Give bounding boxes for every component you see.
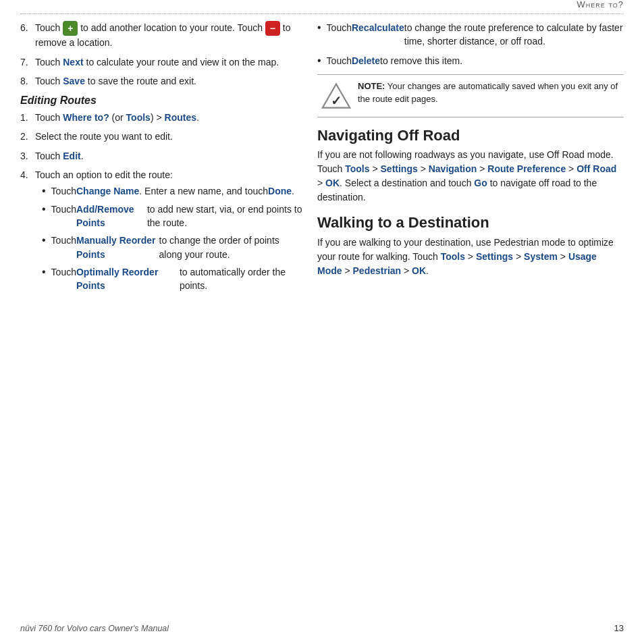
settings-walk-link: Settings — [476, 251, 513, 262]
ok-nav-link: OK — [325, 178, 340, 188]
recalculate-link: Recalculate — [352, 21, 404, 34]
note-body: Your changes are automatically saved whe… — [358, 81, 618, 104]
main-content: 6. Touch + to add another location to yo… — [20, 21, 624, 302]
page-number: 13 — [614, 623, 624, 633]
list-item-6: 6. Touch + to add another location to yo… — [20, 21, 304, 50]
edit-list-item-3: 3. Touch Edit. — [20, 149, 304, 163]
optimally-reorder-link: Optimally Reorder Points — [76, 265, 180, 293]
right-bullet-1: Touch Recalculate to change the route pr… — [317, 21, 624, 49]
list-content-6: Touch + to add another location to your … — [35, 21, 304, 50]
list-item-7: 7. Touch Next to calculate your route an… — [20, 55, 304, 69]
right-bullet-2: Touch Delete to remove this item. — [317, 54, 624, 68]
edit-num-1: 1. — [20, 111, 35, 124]
note-box: ✓ NOTE: Your changes are automatically s… — [317, 74, 624, 117]
off-road-link: Off Road — [576, 163, 616, 174]
bullet-item-1: Touch Change Name. Enter a new name, and… — [42, 184, 304, 198]
edit-list-item-1: 1. Touch Where to? (or Tools) > Routes. — [20, 111, 304, 124]
navigation-nav-link: Navigation — [429, 163, 477, 174]
pedestrian-link: Pedestrian — [353, 265, 402, 276]
delete-link: Delete — [352, 54, 380, 68]
add-button-icon: + — [63, 21, 78, 36]
edit-list-item-4: 4. Touch an option to edit the route: To… — [20, 168, 304, 296]
edit-list-item-2: 2. Select the route you want to edit. — [20, 130, 304, 143]
list-item-8: 8. Touch Save to save the route and exit… — [20, 74, 304, 88]
edit-content-2: Select the route you want to edit. — [35, 130, 304, 143]
page-footer: nüvi 760 for Volvo cars Owner's Manual 1… — [20, 623, 624, 633]
remove-button-icon: − — [265, 21, 280, 36]
nav-off-road-body: If you are not following roadways as you… — [317, 148, 624, 205]
page-section-divider: Where to? — [20, 14, 624, 14]
go-link: Go — [474, 178, 487, 188]
bullet-item-4: Touch Optimally Reorder Points to automa… — [42, 265, 304, 293]
bullet-item-2: Touch Add/Remove Points to add new start… — [42, 203, 304, 230]
next-link: Next — [63, 57, 83, 68]
note-text-content: NOTE: Your changes are automatically sav… — [358, 80, 620, 106]
list-num-8: 8. — [20, 74, 35, 88]
route-pref-link: Route Preference — [487, 163, 566, 174]
note-checkmark-icon: ✓ — [321, 82, 351, 111]
editing-routes-heading: Editing Routes — [20, 95, 304, 107]
manual-title: nüvi 760 for Volvo cars Owner's Manual — [20, 624, 169, 633]
edit-sub-bullet-list: Touch Change Name. Enter a new name, and… — [42, 184, 304, 292]
change-name-link: Change Name — [76, 184, 139, 198]
note-bold-label: NOTE: — [358, 81, 385, 91]
settings-nav-link: Settings — [381, 163, 418, 174]
save-link: Save — [63, 76, 85, 86]
numbered-list: 6. Touch + to add another location to yo… — [20, 21, 304, 88]
tools-link: Tools — [126, 112, 151, 123]
right-bullet-list: Touch Recalculate to change the route pr… — [317, 21, 624, 68]
add-remove-link: Add/Remove Points — [76, 203, 147, 230]
svg-text:✓: ✓ — [331, 93, 342, 108]
tools-nav-link: Tools — [345, 163, 369, 174]
edit-link: Edit — [63, 151, 80, 161]
list-content-8: Touch Save to save the route and exit. — [35, 74, 304, 88]
walking-body: If you are walking to your destination, … — [317, 236, 624, 278]
edit-num-2: 2. — [20, 130, 35, 143]
ok-walk-link: OK — [412, 265, 426, 276]
routes-link: Routes — [165, 112, 196, 123]
list-content-7: Touch Next to calculate your route and v… — [35, 55, 304, 69]
where-to-link: Where to? — [63, 112, 109, 123]
editing-numbered-list: 1. Touch Where to? (or Tools) > Routes. … — [20, 111, 304, 296]
right-column: Touch Recalculate to change the route pr… — [317, 21, 624, 302]
edit-content-4: Touch an option to edit the route: Touch… — [35, 168, 304, 296]
system-walk-link: System — [524, 251, 558, 262]
section-header-label: Where to? — [577, 0, 624, 9]
bullet-item-3: Touch Manually Reorder Points to change … — [42, 234, 304, 261]
edit-content-1: Touch Where to? (or Tools) > Routes. — [35, 111, 304, 124]
left-column: 6. Touch + to add another location to yo… — [20, 21, 304, 302]
edit-num-3: 3. — [20, 149, 35, 163]
tools-walk-link: Tools — [441, 251, 465, 262]
nav-off-road-title: Navigating Off Road — [317, 127, 624, 144]
done-link: Done — [268, 184, 292, 198]
list-num-6: 6. — [20, 21, 35, 34]
manually-reorder-link: Manually Reorder Points — [76, 234, 159, 261]
walking-title: Walking to a Destination — [317, 214, 624, 232]
edit-num-4: 4. — [20, 168, 35, 182]
edit-content-3: Touch Edit. — [35, 149, 304, 163]
list-num-7: 7. — [20, 55, 35, 69]
